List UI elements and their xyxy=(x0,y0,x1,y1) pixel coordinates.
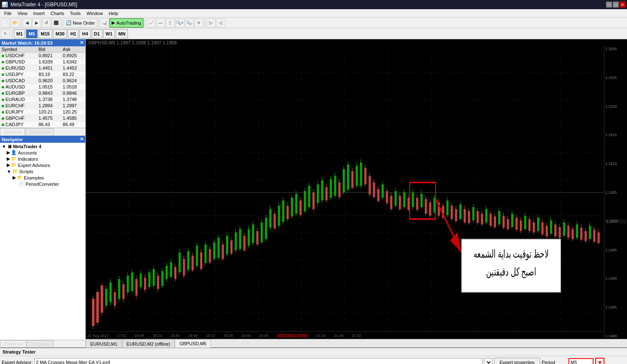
menu-charts[interactable]: Charts xyxy=(48,9,66,18)
back-button[interactable]: ◀ xyxy=(23,18,32,28)
tf-h1[interactable]: H1 xyxy=(68,29,79,38)
prop-button[interactable]: ≡ xyxy=(194,18,204,28)
tf-m5[interactable]: M5 xyxy=(26,29,37,38)
market-watch-body: USDCHF 0.8921 0.8925 GBPUSD 1.6339 1.634… xyxy=(0,53,85,128)
chart-title-text: GBPUSD,M5 1.1907 1.1908 1.1907 1.1908 xyxy=(88,40,177,45)
tf-h4[interactable]: H4 xyxy=(79,29,90,38)
expert-stop-button[interactable]: ◁ xyxy=(216,18,225,28)
market-watch-tab-tick[interactable]: Tick Chart xyxy=(25,128,54,136)
maximize-button[interactable]: □ xyxy=(613,2,619,8)
mw-ask: 0.8846 xyxy=(61,90,85,96)
ea-folder-icon: 📁 xyxy=(11,162,17,168)
market-watch-row[interactable]: AUDUSD 1.0515 1.0518 xyxy=(0,84,85,90)
market-watch-row[interactable]: GBPUSD 1.6339 1.6342 xyxy=(0,59,85,65)
autotrading-button[interactable]: ▶ AutoTrading xyxy=(110,18,143,28)
close-button[interactable]: ✕ xyxy=(619,2,625,8)
chart-bar-button[interactable]: 📊 xyxy=(100,18,109,28)
forward-button[interactable]: ▶ xyxy=(32,18,41,28)
zoom-out-button[interactable]: 🔍- xyxy=(185,18,194,28)
period-dropdown-button[interactable]: ▼ xyxy=(595,358,604,364)
ea-dropdown[interactable]: ▼ xyxy=(484,358,492,364)
mw-bid: 0.9620 xyxy=(37,78,61,84)
market-watch-row[interactable]: USDCAD 0.9620 0.9624 xyxy=(0,78,85,84)
tf-mn[interactable]: MN xyxy=(116,29,128,38)
expert-properties-button[interactable]: Expert properties xyxy=(494,358,540,364)
period-label: Period xyxy=(542,360,567,364)
menu-insert[interactable]: Insert xyxy=(31,9,47,18)
price-level-9: 1.1490 xyxy=(605,276,626,281)
bottom-panel: Strategy Tester Expert Advisor: ▼ Expert… xyxy=(0,347,627,364)
menu-view[interactable]: View xyxy=(15,9,30,18)
tf-w1[interactable]: W1 xyxy=(103,29,115,38)
market-watch-row[interactable]: EURJPY 120.21 120.25 xyxy=(0,109,85,115)
market-watch-row[interactable]: CADJPY 86.43 86.49 xyxy=(0,121,85,128)
tf-d1[interactable]: D1 xyxy=(92,29,102,38)
market-watch-row[interactable]: USDCHF 0.8921 0.8925 xyxy=(0,53,85,59)
window-title: MetaTrader 4 - [GBPUSD,M5] xyxy=(10,2,77,8)
minimize-button[interactable]: ─ xyxy=(606,2,612,8)
period-input[interactable] xyxy=(568,358,594,364)
nav-tab-favorites[interactable]: Favorites xyxy=(27,340,53,347)
nav-item-accounts[interactable]: ▶ 👤 Accounts xyxy=(1,149,84,156)
nav-item-examples[interactable]: ▶ 📁 Examples xyxy=(1,174,84,181)
price-level-5: 1.1510 xyxy=(605,162,626,166)
chart-header: GBPUSD,M5 1.1907 1.1908 1.1907 1.1908 xyxy=(86,39,627,46)
zoom-in-button[interactable]: 🔍+ xyxy=(175,18,184,28)
nav-item-metatrader4[interactable]: ▼ 🖥 MetaTrader 4 xyxy=(1,144,84,149)
price-level-10: 1.1485 xyxy=(605,305,626,309)
market-watch-row[interactable]: EURAUD 1.3736 1.3748 xyxy=(0,96,85,103)
nav-expand-icon: ▼ xyxy=(2,144,6,149)
tf-m30[interactable]: M30 xyxy=(53,29,67,38)
market-watch-row[interactable]: EURUSD 1.4451 1.4453 xyxy=(0,65,85,71)
nav-item-period-converter[interactable]: 📄 PeriodConverter xyxy=(1,181,84,187)
market-watch-header: Market Watch: 16:24:53 ✕ xyxy=(0,39,85,46)
nav-item-scripts[interactable]: ▼ 📁 Scripts xyxy=(1,168,84,174)
new-button[interactable]: 📄 xyxy=(1,18,10,28)
toolbar1: 📄 📂 ◀ ▶ ↺ ⬛ 🔄 New Order 📊 ▶ AutoTrading … xyxy=(0,18,627,28)
chart-tab-eurusd-m2[interactable]: EURUSD,M2 (offline) xyxy=(122,339,175,348)
navigator-close[interactable]: ✕ xyxy=(80,136,84,142)
nav-item-indicators[interactable]: ▶ 📁 Indicators xyxy=(1,156,84,162)
chart-canvas[interactable]: لاحظ توقيت بداية الشمعه اصبح كل دقيقتين … xyxy=(86,46,604,339)
mw-ask: 120.25 xyxy=(61,109,85,115)
market-watch-row[interactable]: GBPCHF 1.4575 1.4585 xyxy=(0,115,85,121)
market-watch-row[interactable]: EURCHF 1.2894 1.2897 xyxy=(0,103,85,109)
chart-svg: لاحظ توقيت بداية الشمعه اصبح كل دقيقتين xyxy=(86,46,604,339)
price-level-3: 1.1520 xyxy=(605,104,626,109)
svg-rect-203 xyxy=(481,214,483,225)
new-order-button[interactable]: 🔄 New Order xyxy=(64,18,97,28)
market-watch-row[interactable]: EURGBP 0.8843 0.8846 xyxy=(0,90,85,96)
menu-tools[interactable]: Tools xyxy=(67,9,83,18)
mw-bid: 83.19 xyxy=(37,71,61,78)
menu-window[interactable]: Window xyxy=(84,9,105,18)
h-line-button[interactable]: — xyxy=(156,18,165,28)
tf-m15[interactable]: M15 xyxy=(38,29,52,38)
svg-rect-91 xyxy=(239,229,241,249)
window-controls[interactable]: ─ □ ✕ xyxy=(606,2,625,8)
tf-m1[interactable]: M1 xyxy=(14,29,25,38)
svg-rect-65 xyxy=(183,259,185,276)
refresh-button[interactable]: ↺ xyxy=(42,18,51,28)
market-watch-row[interactable]: USDJPY 83.19 83.22 xyxy=(0,71,85,78)
nav-tab-common[interactable]: Common xyxy=(0,340,26,347)
expert-start-button[interactable]: ▷ xyxy=(206,18,216,28)
time-label5: 18:40 xyxy=(170,334,180,338)
chart-tab-gbpusd-m5[interactable]: GBPUSD,M5 xyxy=(175,339,211,348)
menu-bar: File View Insert Charts Tools Window Hel… xyxy=(0,9,627,18)
mw-symbol: USDJPY xyxy=(0,71,37,78)
nav-item-expert-advisors[interactable]: ▶ 📁 Expert Advisors xyxy=(1,162,84,168)
menu-help[interactable]: Help xyxy=(106,9,121,18)
market-watch-title: Market Watch: 16:24:53 xyxy=(2,40,53,46)
v-line-button[interactable]: | xyxy=(166,18,175,28)
chart-tab-eurusd-m1[interactable]: EURUSD,M1 xyxy=(86,339,122,348)
open-button[interactable]: 📂 xyxy=(10,18,20,28)
market-watch-tab-symbols[interactable]: Symbols xyxy=(0,128,25,136)
ea-input[interactable] xyxy=(34,358,482,364)
tester-handle: Strategy Tester xyxy=(3,349,36,354)
cursor-button[interactable]: ↖ xyxy=(1,29,10,38)
stop-button[interactable]: ⬛ xyxy=(51,18,61,28)
mw-ask: 1.0518 xyxy=(61,84,85,90)
menu-file[interactable]: File xyxy=(2,9,14,18)
market-watch-close[interactable]: ✕ xyxy=(80,40,84,46)
line-button[interactable]: 📈 xyxy=(146,18,155,28)
